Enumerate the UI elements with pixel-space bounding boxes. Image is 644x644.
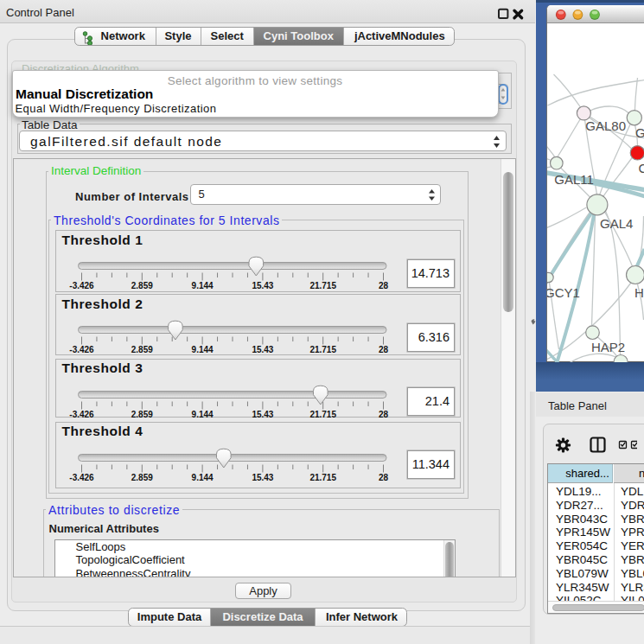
svg-text:GAL11: GAL11 [554,172,594,187]
svg-text:GA: GA [635,125,644,140]
svg-text:GAL80: GAL80 [585,118,626,133]
svg-text:GAL4: GAL4 [600,216,633,231]
svg-text:HI: HI [634,285,644,300]
svg-text:GCY1: GCY1 [547,285,580,300]
svg-text:C: C [638,161,644,175]
svg-text:HAP2: HAP2 [591,340,625,354]
